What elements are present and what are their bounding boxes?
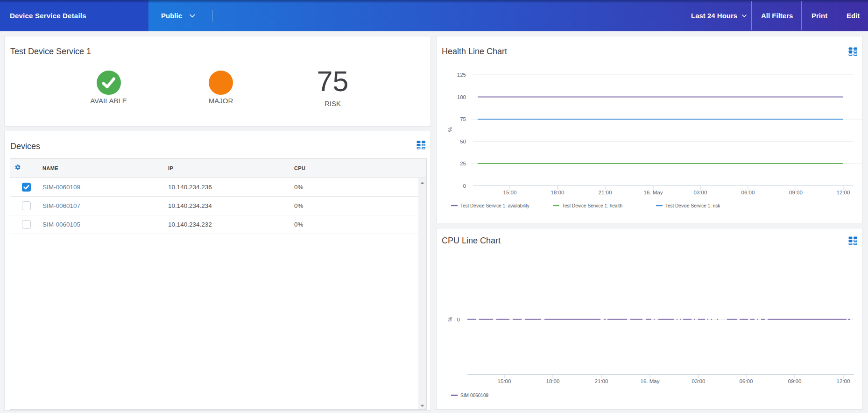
svg-text:06:00: 06:00 [741,190,755,195]
svg-text:06:00: 06:00 [740,378,753,384]
svg-text:12:00: 12:00 [837,378,850,384]
svg-text:%: % [447,127,453,132]
svg-text:25: 25 [460,161,466,166]
svg-text:15:00: 15:00 [498,378,511,384]
svg-text:Test Device Service 1: health: Test Device Service 1: health [562,203,622,208]
svg-text:SIM-0060109: SIM-0060109 [460,393,488,398]
svg-text:Test Device Service 1: availab: Test Device Service 1: availability [460,203,529,208]
svg-text:16. May: 16. May [644,190,663,195]
svg-text:03:00: 03:00 [694,190,707,195]
svg-text:Test Device Service 1: risk: Test Device Service 1: risk [665,203,720,208]
svg-text:15:00: 15:00 [503,190,517,195]
svg-text:100: 100 [457,94,466,100]
svg-text:125: 125 [457,72,466,78]
svg-text:09:00: 09:00 [788,378,802,384]
svg-text:0: 0 [457,317,460,322]
svg-text:12:00: 12:00 [837,190,850,195]
svg-text:75: 75 [460,116,466,122]
svg-text:09:00: 09:00 [789,190,803,195]
svg-text:03:00: 03:00 [692,378,706,384]
svg-text:0: 0 [463,183,466,189]
svg-text:18:00: 18:00 [551,190,565,195]
svg-text:16. May: 16. May [641,378,660,384]
svg-text:50: 50 [460,139,466,144]
svg-text:18:00: 18:00 [546,378,560,384]
svg-text:%: % [447,317,453,321]
svg-text:21:00: 21:00 [599,190,612,195]
svg-text:21:00: 21:00 [595,378,608,384]
